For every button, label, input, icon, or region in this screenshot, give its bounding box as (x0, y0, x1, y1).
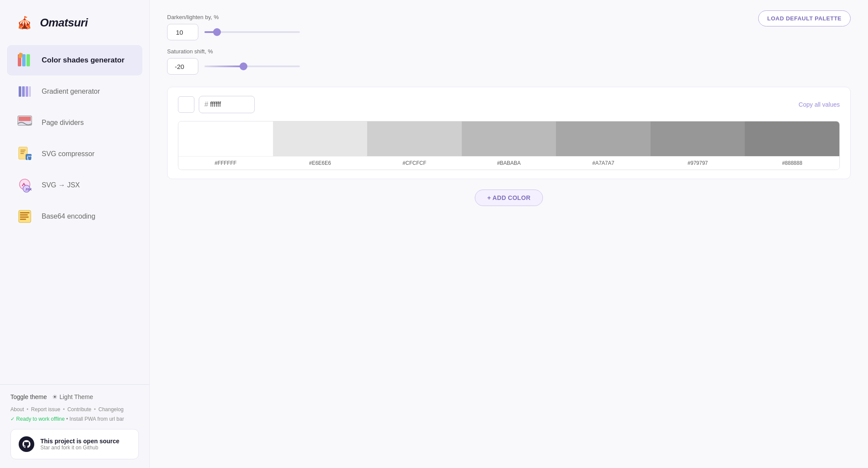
load-default-button[interactable]: LOAD DEFAULT PALETTE (758, 10, 851, 26)
darken-slider[interactable] (204, 31, 300, 33)
swatch-box-5[interactable] (651, 121, 745, 156)
sidebar-label-svg-jsx: SVG → JSX (42, 181, 80, 189)
swatch-col-2: #CFCFCF (367, 121, 462, 170)
swatch-col-4: #A7A7A7 (556, 121, 651, 170)
svg-rect-24 (20, 219, 26, 220)
svg-rect-14 (20, 153, 24, 154)
svg-rect-23 (20, 216, 29, 218)
svg-text:JSX: JSX (25, 187, 32, 191)
add-color-section: + ADD COLOR (167, 190, 851, 206)
footer-link-about[interactable]: About (10, 406, 24, 412)
swatch-label-3: #BABABA (462, 156, 556, 170)
theme-toggle-label[interactable]: Toggle theme (10, 393, 47, 400)
github-sub: Star and fork it on Github (40, 445, 119, 451)
svg-compressor-icon: {"} (16, 145, 34, 163)
swatch-box-0[interactable] (178, 121, 273, 156)
swatch-box-1[interactable] (273, 121, 368, 156)
svg-rect-10 (18, 126, 32, 130)
github-card[interactable]: This project is open source Star and for… (10, 429, 139, 459)
copy-all-link[interactable]: Copy all values (799, 101, 840, 108)
swatch-label-4: #A7A7A7 (556, 156, 651, 170)
svg-rect-4 (19, 86, 21, 97)
color-shades-icon (16, 51, 34, 69)
svg-rect-5 (22, 86, 25, 97)
swatch-box-6[interactable] (745, 121, 839, 156)
svg-text:{"}: {"} (27, 155, 33, 160)
sidebar-item-svg-jsx[interactable]: JSX SVG → JSX (7, 170, 142, 200)
svg-jsx-icon: JSX (16, 176, 34, 194)
svg-rect-13 (20, 151, 25, 152)
hex-input[interactable] (210, 101, 249, 108)
swatch-label-1: #E6E6E6 (273, 156, 368, 170)
github-title: This project is open source (40, 438, 119, 445)
logo-icon: 🎪 (14, 12, 35, 33)
svg-rect-22 (20, 214, 28, 216)
darken-input-row (167, 24, 851, 40)
swatch-col-3: #BABABA (462, 121, 556, 170)
saturation-input-row (167, 58, 851, 75)
swatches-grid: #FFFFFF #E6E6E6 #CFCFCF #BABABA #A7A7A7 (178, 121, 840, 170)
swatch-label-5: #979797 (651, 156, 745, 170)
saturation-slider[interactable] (204, 65, 300, 67)
swatch-box-3[interactable] (462, 121, 556, 156)
sidebar-bottom: Toggle theme ☀ Light Theme About • Repor… (0, 384, 149, 468)
offline-check: ✓ Ready to work offline (10, 416, 65, 422)
swatch-col-6: #888888 (745, 121, 839, 170)
nav-items: Color shades generator Gradient generato… (0, 42, 149, 384)
top-bar: LOAD DEFAULT PALETTE (758, 10, 851, 26)
sidebar-item-svg-compressor[interactable]: {"} SVG compressor (7, 139, 142, 169)
swatch-box-2[interactable] (367, 121, 462, 156)
color-picker-swatch[interactable] (178, 96, 194, 113)
swatch-col-0: #FFFFFF (178, 121, 273, 170)
hex-input-wrapper: # (199, 96, 255, 113)
sidebar-label-color-shades: Color shades generator (42, 56, 125, 65)
hex-hash: # (204, 101, 208, 108)
svg-rect-7 (29, 86, 31, 97)
github-text: This project is open source Star and for… (40, 438, 119, 451)
main-content: LOAD DEFAULT PALETTE Darken/lighten by, … (150, 0, 868, 468)
saturation-label: Saturation shift, % (167, 48, 851, 55)
swatch-box-4[interactable] (556, 121, 651, 156)
footer-links: About • Report issue • Contribute • Chan… (10, 406, 139, 412)
logo-text: Omatsuri (40, 16, 88, 29)
saturation-value-input[interactable] (167, 58, 198, 75)
svg-rect-2 (26, 54, 30, 66)
controls-section: Darken/lighten by, % Saturation shift, % (167, 14, 851, 75)
page-dividers-icon (16, 114, 34, 132)
sidebar-item-color-shades[interactable]: Color shades generator (7, 45, 142, 75)
svg-rect-12 (20, 150, 26, 151)
footer-link-report[interactable]: Report issue (31, 406, 60, 412)
footer-link-contribute[interactable]: Contribute (67, 406, 91, 412)
swatch-col-1: #E6E6E6 (273, 121, 368, 170)
footer-link-changelog[interactable]: Changelog (99, 406, 124, 412)
sidebar-item-base64[interactable]: Base64 encoding (7, 201, 142, 232)
github-icon (19, 436, 34, 452)
logo-area: 🎪 Omatsuri (0, 0, 149, 42)
darken-control-row: Darken/lighten by, % (167, 14, 851, 40)
sidebar-label-svg-compressor: SVG compressor (42, 150, 95, 158)
sidebar-label-page-dividers: Page dividers (42, 119, 84, 127)
svg-rect-9 (19, 117, 31, 121)
add-color-button[interactable]: + ADD COLOR (475, 190, 543, 206)
sidebar-label-base64: Base64 encoding (42, 213, 95, 220)
gradient-icon (16, 82, 34, 101)
color-row-section: # Copy all values #FFFFFF #E6E6E6 #CFCFC… (167, 87, 851, 179)
sidebar-item-gradient[interactable]: Gradient generator (7, 76, 142, 107)
sidebar-label-gradient: Gradient generator (42, 88, 100, 95)
svg-rect-21 (20, 212, 30, 213)
saturation-control-row: Saturation shift, % (167, 48, 851, 75)
swatch-col-5: #979797 (651, 121, 745, 170)
swatch-label-6: #888888 (745, 156, 839, 170)
theme-value[interactable]: ☀ Light Theme (52, 393, 93, 400)
darken-value-input[interactable] (167, 24, 198, 40)
svg-rect-6 (26, 86, 28, 97)
theme-toggle-row: Toggle theme ☀ Light Theme (10, 393, 139, 400)
darken-label: Darken/lighten by, % (167, 14, 851, 20)
swatch-label-2: #CFCFCF (367, 156, 462, 170)
footer-offline: ✓ Ready to work offline • Install PWA fr… (10, 416, 139, 422)
sidebar: 🎪 Omatsuri Color shades generator (0, 0, 150, 468)
pwa-link[interactable]: • Install PWA from url bar (66, 416, 124, 422)
base64-icon (16, 207, 34, 226)
sidebar-item-page-dividers[interactable]: Page dividers (7, 108, 142, 138)
svg-rect-1 (22, 54, 26, 66)
